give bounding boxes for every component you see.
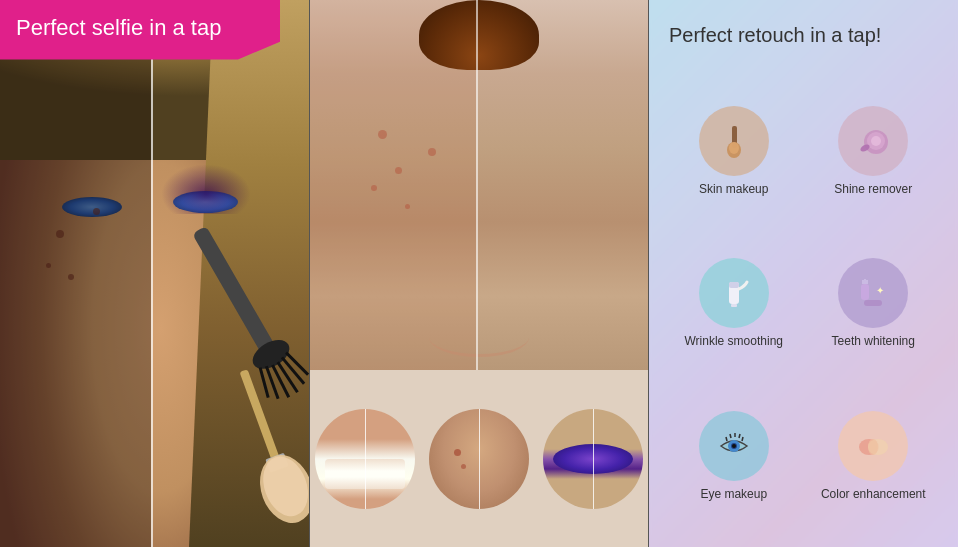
thumb-teeth[interactable] [315, 409, 415, 509]
thumb-eye[interactable] [543, 409, 643, 509]
svg-line-34 [739, 434, 740, 438]
svg-rect-8 [240, 369, 281, 464]
svg-point-17 [871, 136, 881, 146]
panel-right: Perfect retouch in a tap! Skin makeup [649, 0, 958, 547]
svg-point-38 [868, 439, 878, 455]
feature-shine-remover[interactable]: Shine remover [809, 80, 939, 222]
svg-point-14 [729, 142, 739, 154]
teeth-whitening-label: Teeth whitening [832, 334, 915, 348]
svg-rect-20 [729, 282, 739, 288]
feature-wrinkle-smoothing[interactable]: Wrinkle smoothing [669, 232, 799, 374]
svg-rect-21 [731, 304, 737, 307]
svg-rect-22 [864, 300, 882, 306]
thumb-skin[interactable] [429, 409, 529, 509]
right-panel-title: Perfect retouch in a tap! [669, 24, 938, 47]
svg-line-35 [742, 437, 743, 441]
feature-color-enhancement[interactable]: Color enhancement [809, 385, 939, 527]
color-enhancement-label: Color enhancement [821, 487, 926, 501]
feature-skin-makeup[interactable]: Skin makeup [669, 80, 799, 222]
teeth-whitening-icon-circle: ✦ [838, 258, 908, 328]
svg-line-31 [726, 437, 727, 441]
svg-point-30 [732, 444, 736, 448]
hair-bun [419, 0, 539, 70]
wrinkle-smoothing-icon-circle [699, 258, 769, 328]
before-after-divider [151, 0, 153, 547]
eye-makeup-label: Eye makeup [700, 487, 767, 501]
shine-remover-icon-circle [838, 106, 908, 176]
thumb-divider-skin [479, 409, 480, 509]
eye-makeup-icon-circle [699, 411, 769, 481]
wrinkle-smoothing-label: Wrinkle smoothing [685, 334, 783, 348]
panel-left: Perfect selfie in a tap [0, 0, 309, 547]
thumbnail-row [310, 370, 648, 547]
eye-shadow-makeup [161, 164, 251, 214]
svg-rect-23 [861, 284, 869, 300]
svg-line-32 [730, 434, 731, 438]
shine-remover-label: Shine remover [834, 182, 912, 196]
before-overlay [0, 0, 151, 547]
color-enhancement-icon-circle [838, 411, 908, 481]
thumb-divider-eye [593, 409, 594, 509]
before-after-divider-middle [476, 0, 478, 370]
skin-makeup-icon-circle [699, 106, 769, 176]
skin-makeup-label: Skin makeup [699, 182, 768, 196]
feature-grid: Skin makeup Shine remover [669, 80, 938, 527]
title-bubble: Perfect selfie in a tap [0, 0, 280, 60]
smile-area [429, 317, 529, 357]
feature-teeth-whitening[interactable]: ✦ Teeth whitening [809, 232, 939, 374]
svg-text:✦: ✦ [876, 285, 884, 296]
app-tagline: Perfect selfie in a tap [16, 14, 260, 42]
thumb-divider-teeth [365, 409, 366, 509]
panel-middle [309, 0, 649, 547]
feature-eye-makeup[interactable]: Eye makeup [669, 385, 799, 527]
